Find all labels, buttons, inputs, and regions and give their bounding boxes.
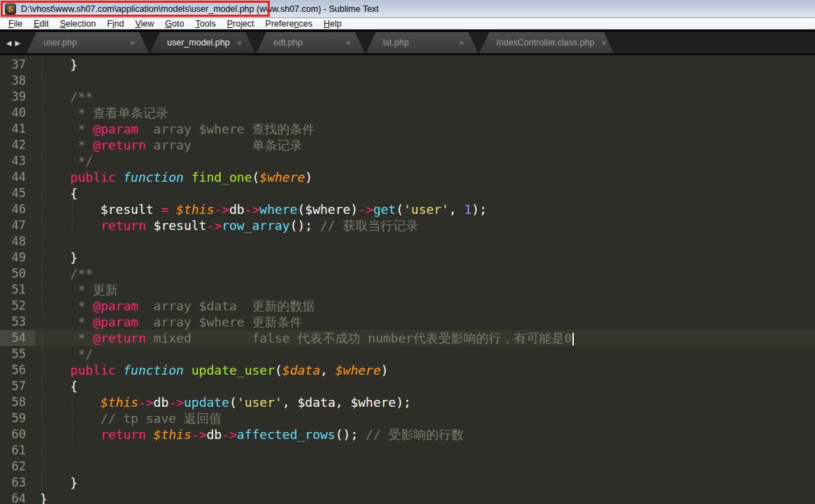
code-token: array $data 更新的数据 <box>138 298 315 313</box>
code-line[interactable] <box>35 233 815 250</box>
code-row-57: 57 { <box>0 378 815 394</box>
code-token: array $where 更新条件 <box>138 315 303 329</box>
code-line[interactable]: * @param array $data 更新的数据 <box>35 298 815 314</box>
menu-item-project[interactable]: Project <box>222 18 260 29</box>
code-row-45: 45 { <box>0 185 815 201</box>
code-token: $data <box>282 363 320 377</box>
code-token: db <box>154 395 169 410</box>
menu-item-file[interactable]: File <box>3 18 28 29</box>
code-line[interactable]: */ <box>35 153 815 169</box>
code-row-41: 41 * @param array $where 查找的条件 <box>0 121 815 137</box>
tab-IndexController.class.php[interactable]: IndexController.class.php× <box>479 32 614 53</box>
title-bar[interactable]: S D:\vhost\www.sh07.com\application\mode… <box>0 0 815 18</box>
editor-area[interactable]: 37 }3839 /**40 * 查看单条记录41 * @param array… <box>0 55 815 504</box>
tab-user_model.php[interactable]: user_model.php× <box>150 32 255 53</box>
code-line[interactable] <box>35 442 815 459</box>
code-line[interactable]: // tp save 返回值 <box>35 410 815 426</box>
code-line[interactable]: } <box>35 475 815 491</box>
code-line[interactable]: * 更新 <box>35 282 815 298</box>
code-token: ( <box>229 395 237 410</box>
indent-guide <box>72 201 73 217</box>
indent-guide <box>42 266 43 282</box>
text-caret <box>572 333 574 345</box>
line-number: 46 <box>0 201 35 217</box>
code-line[interactable]: */ <box>35 346 815 362</box>
tab-scroll-left-icon[interactable]: ◀ <box>6 39 12 47</box>
code-line[interactable]: } <box>35 491 815 504</box>
code-row-47: 47 return $result->row_array(); // 获取当行记… <box>0 217 815 233</box>
menu-item-edit[interactable]: Edit <box>28 18 55 29</box>
menu-item-selection[interactable]: Selection <box>55 18 101 29</box>
code-line[interactable]: return $result->row_array(); // 获取当行记录 <box>35 217 815 233</box>
code-line[interactable] <box>35 459 815 475</box>
code-line[interactable]: * @param array $where 查找的条件 <box>35 121 815 137</box>
line-number: 49 <box>0 250 35 266</box>
tab-label: IndexController.class.php <box>496 38 594 48</box>
tab-lst.php[interactable]: lst.php× <box>366 32 478 53</box>
code-row-40: 40 * 查看单条记录 <box>0 105 815 121</box>
code-line[interactable]: $this->db->update('user', $data, $where)… <box>35 394 815 410</box>
code-token <box>115 170 123 185</box>
menu-item-goto[interactable]: Goto <box>159 18 189 29</box>
code-line[interactable]: * @return array 单条记录 <box>35 137 815 153</box>
tab-close-icon[interactable]: × <box>459 38 464 48</box>
code-line[interactable]: /** <box>35 89 815 105</box>
code-token: function <box>123 170 184 185</box>
code-token: @param <box>93 122 138 136</box>
tab-user.php[interactable]: user.php× <box>27 32 149 53</box>
code-token: update <box>184 395 229 410</box>
tab-edt.php[interactable]: edt.php× <box>257 32 365 53</box>
code-token: (); <box>290 218 320 233</box>
indent-guide <box>42 410 43 426</box>
code-line[interactable]: /** <box>35 266 815 282</box>
code-line[interactable]: $result = $this->db->where($where)->get(… <box>35 201 815 217</box>
code-line[interactable]: { <box>35 185 815 201</box>
code-row-56: 56 public function update_user($data, $w… <box>0 362 815 378</box>
indent-guide <box>42 121 43 137</box>
code-line[interactable]: * @return mixed false 代表不成功 number代表受影响的… <box>35 330 815 346</box>
line-number: 51 <box>0 282 35 298</box>
code-token: * <box>40 331 93 345</box>
code-token: , $data, $where); <box>282 395 411 410</box>
menu-item-help[interactable]: Help <box>318 18 347 29</box>
menu-item-tools[interactable]: Tools <box>189 18 221 29</box>
code-line[interactable]: { <box>35 378 815 394</box>
code-token: -> <box>192 427 207 442</box>
code-row-54: 54 * @return mixed false 代表不成功 number代表受… <box>0 330 815 346</box>
menu-item-view[interactable]: View <box>129 18 159 29</box>
line-number: 57 <box>0 378 35 394</box>
code-token: // 受影响的行数 <box>366 427 464 442</box>
tab-label: edt.php <box>273 38 303 48</box>
code-row-60: 60 return $this->db->affected_rows(); //… <box>0 426 815 442</box>
code-row-44: 44 public function find_one($where) <box>0 169 815 185</box>
code-token: /** <box>40 266 93 281</box>
menu-item-preferences[interactable]: Preferences <box>260 18 318 29</box>
tab-close-icon[interactable]: × <box>129 38 135 48</box>
line-number: 45 <box>0 185 35 201</box>
indent-guide <box>42 169 43 185</box>
code-token: } <box>40 57 78 72</box>
tab-close-icon[interactable]: × <box>601 38 607 48</box>
code-line[interactable]: * @param array $where 更新条件 <box>35 314 815 330</box>
tab-scroll-right-icon[interactable]: ▶ <box>15 39 21 47</box>
code-token: ) <box>381 363 389 377</box>
code-token: db <box>206 427 222 442</box>
code-token: -> <box>214 202 229 217</box>
menu-item-find[interactable]: Find <box>101 18 129 29</box>
code-row-49: 49 } <box>0 250 815 266</box>
code-line[interactable]: } <box>35 57 815 73</box>
code-line[interactable]: return $this->db->affected_rows(); // 受影… <box>35 426 815 442</box>
code-line[interactable]: public function update_user($data, $wher… <box>35 362 815 378</box>
code-line[interactable]: * 查看单条记录 <box>35 105 815 121</box>
indent-guide <box>42 201 43 217</box>
code-token: $this <box>176 202 214 217</box>
tab-close-icon[interactable]: × <box>345 38 351 48</box>
code-line[interactable]: public function find_one($where) <box>35 169 815 185</box>
code-line[interactable]: } <box>35 250 815 266</box>
code-token: $result <box>146 218 207 233</box>
code-token: { <box>40 379 78 394</box>
tab-close-icon[interactable]: × <box>237 38 243 48</box>
code-row-55: 55 */ <box>0 346 815 362</box>
code-line[interactable] <box>35 73 815 89</box>
line-number: 42 <box>0 137 35 153</box>
